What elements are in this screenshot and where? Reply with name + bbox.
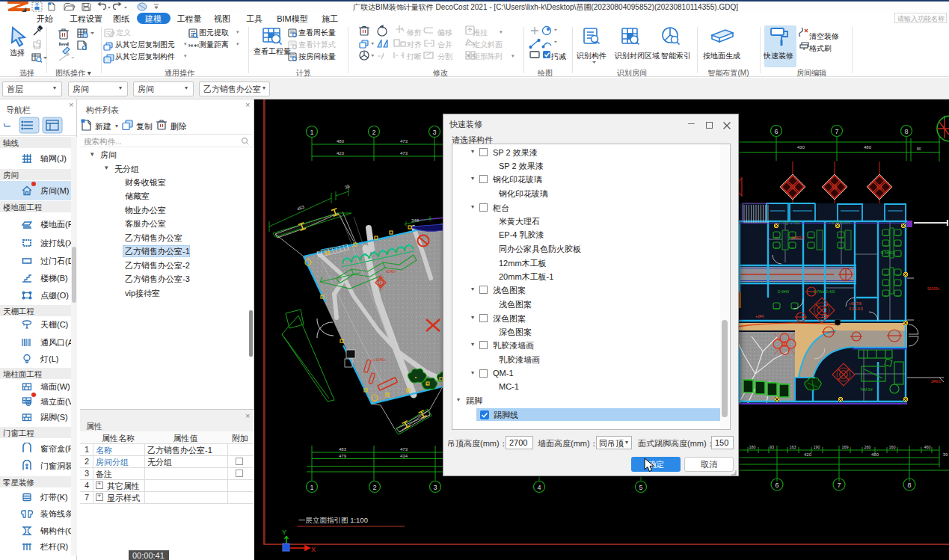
svg-text:2#W1: 2#W1: [931, 379, 941, 384]
svg-text:Y: Y: [282, 529, 286, 536]
svg-text:2: 2: [372, 484, 376, 491]
svg-text:2.7Wa-2+M2: 2.7Wa-2+M2: [814, 289, 835, 294]
svg-text:434: 434: [400, 454, 408, 458]
svg-text:180: 180: [749, 445, 755, 449]
svg-text:430: 430: [797, 145, 805, 150]
svg-text:3: 3: [433, 484, 437, 491]
svg-text:7: 7: [835, 128, 838, 135]
svg-text:1: 1: [310, 484, 313, 491]
svg-text:B.5#W2: B.5#W2: [881, 250, 894, 255]
svg-text:420: 420: [337, 151, 345, 156]
svg-text:6: 6: [775, 481, 778, 489]
svg-text:6: 6: [774, 128, 778, 135]
svg-text:+D45+: +D45+: [385, 269, 396, 274]
svg-text:480: 480: [864, 145, 872, 150]
svg-text:480: 480: [871, 452, 879, 457]
svg-text:473: 473: [400, 447, 408, 452]
svg-text:93: 93: [770, 445, 774, 449]
svg-text:1: 1: [310, 129, 313, 136]
svg-text:91009+: 91009+: [927, 286, 940, 291]
svg-text:+1049+: +1049+: [373, 357, 386, 362]
svg-text:+2#V: +2#V: [755, 314, 764, 319]
svg-text:80: 80: [917, 147, 921, 151]
svg-text:190: 190: [813, 445, 820, 449]
svg-text:4: 4: [537, 484, 541, 491]
svg-text:3.0E-0.5: 3.0E-0.5: [849, 307, 863, 311]
svg-text:480: 480: [337, 139, 345, 144]
svg-text:260: 260: [864, 445, 870, 449]
svg-text:39: 39: [943, 452, 948, 457]
svg-text:169: 169: [841, 445, 848, 449]
svg-text:7#M.5#: 7#M.5#: [860, 387, 873, 392]
svg-text:473: 473: [400, 139, 408, 144]
svg-text:479: 479: [339, 454, 347, 458]
svg-text:一层立面指引图 1:100: 一层立面指引图 1:100: [298, 516, 368, 524]
svg-text:5: 5: [639, 484, 642, 491]
svg-text:420: 420: [804, 452, 812, 457]
svg-text:483: 483: [339, 447, 347, 452]
svg-text:X: X: [311, 546, 316, 553]
svg-text:160: 160: [888, 445, 895, 449]
svg-text:2: 2: [372, 129, 375, 136]
svg-text:8: 8: [904, 128, 908, 135]
svg-text:3: 3: [432, 129, 436, 136]
svg-text:2.5#: 2.5#: [821, 314, 829, 319]
svg-text:163: 163: [789, 445, 796, 449]
svg-text:473: 473: [400, 151, 408, 156]
svg-text:460: 460: [924, 445, 930, 449]
svg-text:7: 7: [837, 481, 841, 489]
svg-text:D 8#W: D 8#W: [778, 289, 790, 294]
svg-text:2#W2.5: 2#W2.5: [791, 236, 804, 240]
svg-text:8: 8: [907, 481, 911, 489]
svg-text:+68.7/8: +68.7/8: [849, 301, 862, 306]
